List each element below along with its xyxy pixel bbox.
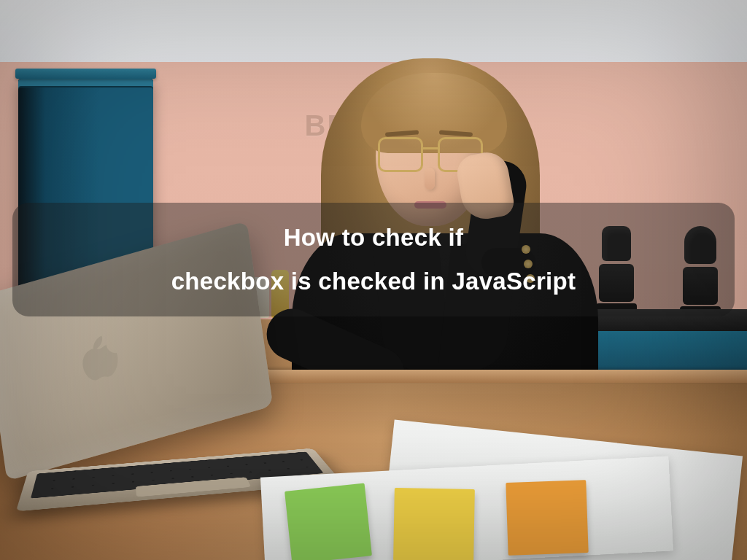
title-overlay: How to check if checkbox is checked in J…	[12, 203, 735, 316]
title-line-2: checkbox is checked in JavaScript	[171, 268, 576, 295]
sticky-note	[506, 480, 588, 556]
sticky-note	[393, 488, 475, 560]
sticky-note	[285, 483, 372, 560]
article-hero-image: mice are like ... BEST KEPT A ELSE'S Ple…	[0, 0, 747, 560]
apple-logo-icon	[77, 332, 121, 386]
title-line-1: How to check if	[284, 224, 464, 252]
